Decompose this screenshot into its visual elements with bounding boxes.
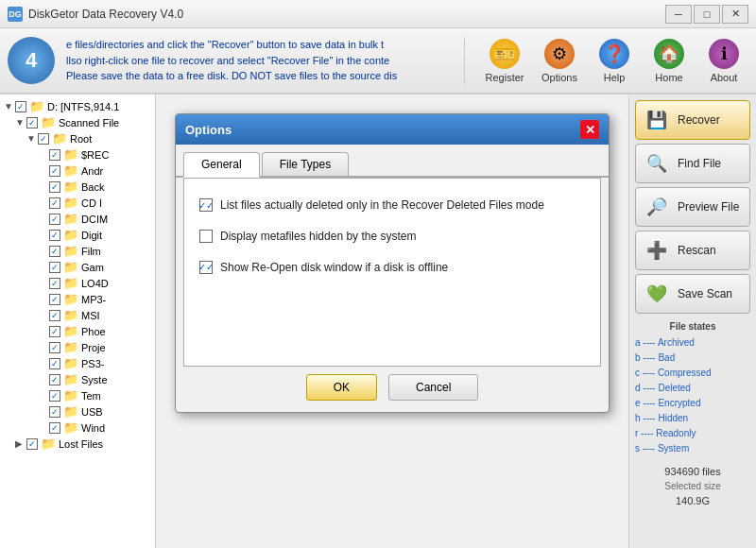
checkbox-row-3: ✓ Show Re-Open disk window if a disk is … — [199, 260, 585, 276]
tree-checkbox[interactable]: ✓ — [49, 326, 60, 337]
find-file-label: Find File — [678, 157, 721, 170]
register-label: Register — [486, 72, 524, 83]
tree-checkbox[interactable]: ✓ — [49, 230, 60, 241]
preview-file-button[interactable]: 🔎 Preview File — [635, 187, 750, 227]
tab-general[interactable]: General — [183, 152, 260, 178]
tree-item[interactable]: ▶✓📁LO4D — [0, 275, 155, 291]
tree-item[interactable]: ▶✓📁CD I — [0, 195, 155, 211]
tree-checkbox[interactable]: ✓ — [49, 246, 60, 257]
folder-icon: 📁 — [63, 276, 78, 290]
tree-checkbox[interactable]: ✓ — [15, 101, 26, 112]
tree-checkbox[interactable]: ✓ — [49, 390, 60, 402]
folder-icon: 📁 — [63, 420, 78, 435]
folder-icon: 📁 — [63, 212, 78, 226]
tree-item[interactable]: ▶✓📁Proje — [0, 339, 155, 355]
close-button[interactable]: ✕ — [722, 5, 748, 24]
tree-item[interactable]: ▶✓📁MP3- — [0, 291, 155, 307]
tree-checkbox[interactable]: ✓ — [49, 149, 60, 161]
folder-icon: 📁 — [63, 260, 78, 274]
folder-icon: 📁 — [63, 404, 78, 419]
about-icon: ℹ — [709, 39, 739, 69]
expand-icon: ▶ — [15, 438, 25, 449]
folder-icon: 📁 — [63, 388, 78, 402]
home-button[interactable]: 🏠 Home — [644, 35, 694, 87]
tree-checkbox[interactable]: ✓ — [26, 438, 38, 450]
tree-checkbox[interactable]: ✓ — [49, 406, 60, 418]
tree-item[interactable]: ▼✓📁Root — [0, 130, 155, 146]
register-button[interactable]: 🎫 Register — [480, 35, 529, 87]
tree-checkbox[interactable]: ✓ — [49, 278, 60, 289]
state-compressed: c ---- Compressed — [635, 366, 750, 381]
tree-checkbox[interactable]: ✓ — [49, 214, 60, 225]
minimize-button[interactable]: ─ — [665, 5, 692, 24]
tree-item-label: Back — [81, 181, 104, 193]
tree-item-label: Scanned File — [59, 117, 119, 128]
modal-title: Options — [185, 123, 232, 137]
expand-icon: ▼ — [26, 133, 36, 144]
main-area: ▼✓📁D: [NTFS,914.1▼✓📁Scanned File▼✓📁Root▶… — [0, 94, 756, 548]
modal-close-button[interactable]: ✕ — [580, 120, 599, 139]
tree-item[interactable]: ▶✓📁Film — [0, 243, 155, 259]
titlebar: DG DiskGetor Data Recovery V4.0 ─ □ ✕ — [0, 0, 756, 28]
cancel-button[interactable]: Cancel — [388, 374, 478, 401]
help-label: Help — [604, 72, 626, 83]
tree-checkbox[interactable]: ✓ — [49, 358, 60, 369]
tree-checkbox[interactable]: ✓ — [38, 133, 49, 145]
tree-item[interactable]: ▶✓📁Gam — [0, 259, 155, 275]
tree-item[interactable]: ▶✓📁Lost Files — [0, 436, 155, 452]
expand-icon: ▼ — [4, 101, 13, 111]
tree-checkbox[interactable]: ✓ — [49, 422, 60, 434]
tree-item[interactable]: ▶✓📁Phoe — [0, 323, 155, 339]
tree-item[interactable]: ▶✓📁PS3- — [0, 355, 155, 371]
tree-checkbox[interactable]: ✓ — [26, 117, 38, 128]
find-file-button[interactable]: 🔍 Find File — [635, 144, 750, 183]
tree-item-label: $REC — [81, 149, 109, 161]
tab-file-types[interactable]: File Types — [262, 152, 349, 176]
help-button[interactable]: ❓ Help — [590, 35, 639, 87]
about-button[interactable]: ℹ About — [699, 35, 748, 87]
tree-checkbox[interactable]: ✓ — [49, 181, 60, 193]
tree-checkbox[interactable]: ✓ — [49, 342, 60, 353]
tree-item[interactable]: ▶✓📁Tem — [0, 387, 155, 403]
preview-file-label: Preview File — [678, 200, 739, 214]
rescan-button[interactable]: ➕ Rescan — [635, 231, 750, 270]
checkbox-1[interactable]: ✓ — [199, 198, 213, 212]
maximize-button[interactable]: □ — [694, 5, 720, 24]
recover-button[interactable]: 💾 Recover — [635, 100, 750, 140]
find-icon: 🔍 — [644, 150, 670, 177]
recover-icon: 💾 — [644, 107, 670, 133]
file-tree[interactable]: ▼✓📁D: [NTFS,914.1▼✓📁Scanned File▼✓📁Root▶… — [0, 94, 156, 548]
tree-item[interactable]: ▶✓📁MSI — [0, 307, 155, 323]
folder-icon: 📁 — [63, 228, 78, 242]
tree-item-label: Wind — [81, 422, 105, 434]
tree-checkbox[interactable]: ✓ — [49, 294, 60, 305]
checkbox-3[interactable]: ✓ — [199, 261, 213, 274]
tree-item[interactable]: ▼✓📁Scanned File — [0, 114, 155, 130]
tree-item[interactable]: ▶✓📁Digit — [0, 227, 155, 243]
tree-item[interactable]: ▶✓📁USB — [0, 403, 155, 420]
tree-item-label: LO4D — [81, 278, 109, 289]
tree-item[interactable]: ▶✓📁Andr — [0, 163, 155, 179]
tree-checkbox[interactable]: ✓ — [49, 262, 60, 273]
tree-item[interactable]: ▶✓📁DCIM — [0, 211, 155, 227]
modal-footer: OK Cancel — [176, 374, 609, 412]
tree-item-label: USB — [81, 406, 103, 418]
save-scan-button[interactable]: 💚 Save Scan — [635, 274, 750, 314]
tree-item[interactable]: ▶✓📁Syste — [0, 371, 155, 387]
save-scan-label: Save Scan — [678, 287, 732, 300]
tree-item-label: D: [NTFS,914.1 — [47, 101, 119, 112]
ok-button[interactable]: OK — [306, 374, 377, 401]
tree-item[interactable]: ▶✓📁Back — [0, 179, 155, 195]
tree-item[interactable]: ▼✓📁D: [NTFS,914.1 — [0, 98, 155, 114]
tree-checkbox[interactable]: ✓ — [49, 374, 60, 385]
tree-item[interactable]: ▶✓📁Wind — [0, 420, 155, 436]
center-content: Options ✕ General File Types ✓ List file… — [156, 94, 628, 548]
selected-size: 140.9G — [635, 495, 750, 506]
tree-checkbox[interactable]: ✓ — [49, 197, 60, 209]
tree-checkbox[interactable]: ✓ — [49, 310, 60, 321]
tree-checkbox[interactable]: ✓ — [49, 165, 60, 177]
tree-item[interactable]: ▶✓📁$REC — [0, 146, 155, 163]
checkbox-2[interactable] — [199, 230, 213, 243]
tree-item-label: Phoe — [81, 326, 106, 337]
options-button[interactable]: ⚙ Options — [535, 35, 584, 87]
